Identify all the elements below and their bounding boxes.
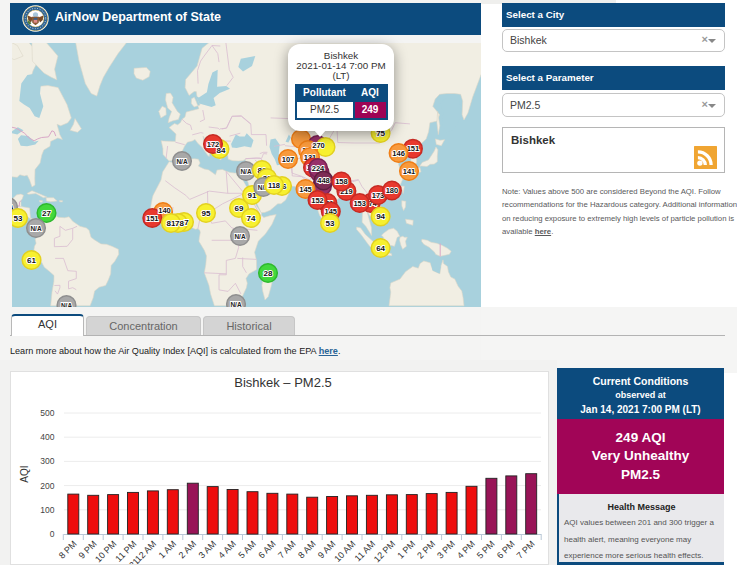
svg-text:N/A: N/A: [61, 302, 73, 307]
svg-text:AQI: AQI: [19, 465, 30, 482]
svg-text:3 AM: 3 AM: [197, 539, 219, 561]
svg-text:153: 153: [353, 199, 366, 208]
svg-text:158: 158: [335, 177, 348, 186]
svg-text:N/A: N/A: [234, 233, 246, 240]
svg-text:118: 118: [268, 181, 280, 190]
svg-text:53: 53: [14, 214, 23, 223]
svg-text:N/A: N/A: [30, 225, 42, 232]
svg-text:N/A: N/A: [176, 158, 188, 165]
svg-text:4 AM: 4 AM: [216, 539, 238, 561]
svg-text:141: 141: [403, 167, 416, 176]
svg-text:Bishkek – PM2.5: Bishkek – PM2.5: [234, 375, 332, 390]
svg-text:N/A: N/A: [240, 168, 252, 175]
svg-text:200: 200: [40, 481, 54, 491]
svg-text:84: 84: [217, 146, 226, 155]
svg-text:5 AM: 5 AM: [236, 539, 258, 561]
svg-text:146: 146: [392, 149, 405, 158]
svg-text:3 PM: 3 PM: [435, 539, 457, 561]
svg-text:180: 180: [386, 186, 399, 195]
svg-text:300: 300: [40, 456, 54, 466]
svg-text:270: 270: [312, 141, 325, 150]
svg-text:6 PM: 6 PM: [495, 539, 517, 561]
svg-text:12 PM: 12 PM: [372, 539, 397, 564]
svg-text:N/A: N/A: [230, 301, 242, 307]
svg-text:0: 0: [50, 529, 55, 539]
svg-text:107: 107: [282, 155, 295, 164]
svg-text:2 PM: 2 PM: [415, 539, 437, 561]
svg-text:5 PM: 5 PM: [475, 539, 497, 561]
svg-text:61: 61: [27, 256, 36, 265]
svg-text:4 PM: 4 PM: [455, 539, 477, 561]
svg-text:27: 27: [42, 209, 51, 218]
svg-text:152: 152: [311, 196, 324, 205]
svg-text:64: 64: [376, 244, 385, 253]
svg-text:94: 94: [376, 212, 385, 221]
svg-text:10 AM: 10 AM: [332, 539, 357, 564]
svg-text:448: 448: [317, 176, 330, 185]
svg-text:500: 500: [40, 408, 54, 418]
svg-text:400: 400: [40, 432, 54, 442]
svg-text:7 PM: 7 PM: [515, 539, 537, 561]
svg-text:7: 7: [184, 218, 189, 227]
svg-text:1 AM: 1 AM: [157, 539, 179, 561]
svg-text:8 AM: 8 AM: [296, 539, 318, 561]
svg-text:28: 28: [264, 269, 273, 278]
svg-text:100: 100: [40, 505, 54, 515]
svg-text:53: 53: [326, 219, 335, 228]
svg-text:2 AM: 2 AM: [177, 539, 199, 561]
svg-text:145: 145: [299, 185, 312, 194]
svg-text:95: 95: [202, 209, 211, 218]
svg-text:74: 74: [247, 214, 256, 223]
svg-text:78: 78: [175, 219, 184, 228]
svg-text:7 AM: 7 AM: [276, 539, 298, 561]
svg-text:6 AM: 6 AM: [256, 539, 278, 561]
svg-text:151: 151: [146, 214, 159, 223]
svg-text:1 PM: 1 PM: [395, 539, 417, 561]
svg-text:10 PM: 10 PM: [93, 539, 118, 564]
svg-text:69: 69: [235, 204, 244, 213]
svg-text:8 PM: 8 PM: [57, 539, 79, 561]
